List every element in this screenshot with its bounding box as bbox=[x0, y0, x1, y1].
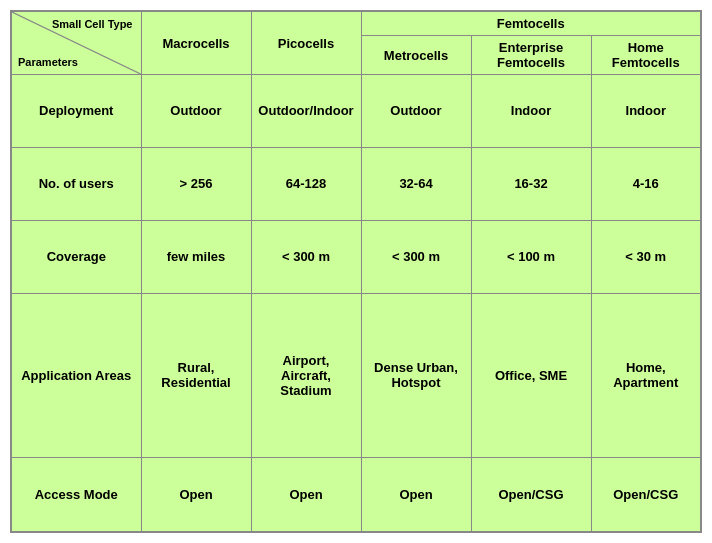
small-cell-type-label: Small Cell Type bbox=[16, 16, 137, 30]
application-metro: Dense Urban, Hotspot bbox=[361, 293, 471, 457]
table-row: Coverage few miles < 300 m < 300 m < 100… bbox=[11, 220, 701, 293]
deployment-metro: Outdoor bbox=[361, 75, 471, 148]
application-home: Home, Apartment bbox=[591, 293, 701, 457]
users-macro: > 256 bbox=[141, 147, 251, 220]
deployment-pico: Outdoor/Indoor bbox=[251, 75, 361, 148]
deployment-label: Deployment bbox=[11, 75, 141, 148]
application-label: Application Areas bbox=[11, 293, 141, 457]
femtocells-header: Femtocells bbox=[361, 11, 701, 36]
access-macro: Open bbox=[141, 458, 251, 533]
application-macro: Rural, Residential bbox=[141, 293, 251, 457]
access-home: Open/CSG bbox=[591, 458, 701, 533]
coverage-enterprise: < 100 m bbox=[471, 220, 591, 293]
table-wrapper: Small Cell Type Parameters Macrocells Pi… bbox=[0, 0, 712, 543]
home-femtocells-header: Home Femtocells bbox=[591, 36, 701, 75]
coverage-label: Coverage bbox=[11, 220, 141, 293]
small-cell-table: Small Cell Type Parameters Macrocells Pi… bbox=[10, 10, 702, 533]
coverage-metro: < 300 m bbox=[361, 220, 471, 293]
coverage-home: < 30 m bbox=[591, 220, 701, 293]
table-row: Access Mode Open Open Open Open/CSG Open… bbox=[11, 458, 701, 533]
access-enterprise: Open/CSG bbox=[471, 458, 591, 533]
users-metro: 32-64 bbox=[361, 147, 471, 220]
deployment-enterprise: Indoor bbox=[471, 75, 591, 148]
users-pico: 64-128 bbox=[251, 147, 361, 220]
table-row: No. of users > 256 64-128 32-64 16-32 4-… bbox=[11, 147, 701, 220]
users-enterprise: 16-32 bbox=[471, 147, 591, 220]
coverage-pico: < 300 m bbox=[251, 220, 361, 293]
picocells-header: Picocells bbox=[251, 11, 361, 75]
macrocells-header: Macrocells bbox=[141, 11, 251, 75]
application-enterprise: Office, SME bbox=[471, 293, 591, 457]
metrocells-header: Metrocells bbox=[361, 36, 471, 75]
access-metro: Open bbox=[361, 458, 471, 533]
deployment-macro: Outdoor bbox=[141, 75, 251, 148]
parameters-label: Parameters bbox=[16, 56, 137, 70]
users-home: 4-16 bbox=[591, 147, 701, 220]
top-left-header: Small Cell Type Parameters bbox=[11, 11, 141, 75]
coverage-macro: few miles bbox=[141, 220, 251, 293]
access-pico: Open bbox=[251, 458, 361, 533]
deployment-home: Indoor bbox=[591, 75, 701, 148]
enterprise-femtocells-header: Enterprise Femtocells bbox=[471, 36, 591, 75]
access-label: Access Mode bbox=[11, 458, 141, 533]
users-label: No. of users bbox=[11, 147, 141, 220]
table-row: Deployment Outdoor Outdoor/Indoor Outdoo… bbox=[11, 75, 701, 148]
table-row: Application Areas Rural, Residential Air… bbox=[11, 293, 701, 457]
application-pico: Airport, Aircraft, Stadium bbox=[251, 293, 361, 457]
